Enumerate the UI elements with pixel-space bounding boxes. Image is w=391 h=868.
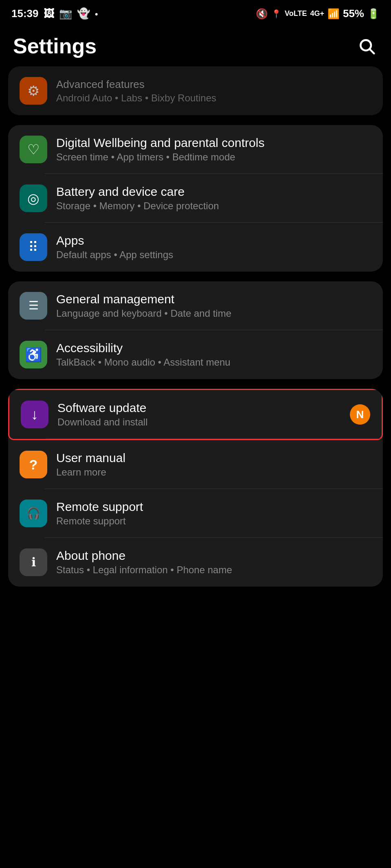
advanced-features-text: Advanced features Android Auto • Labs • … [56, 78, 371, 104]
network-4g-icon: 4G+ [310, 9, 324, 18]
snapchat-icon: 👻 [77, 7, 90, 20]
software-update-subtitle: Download and install [57, 416, 341, 428]
settings-list: ⚙ Advanced features Android Auto • Labs … [0, 66, 391, 587]
battery-device-title: Battery and device care [56, 185, 371, 199]
about-phone-subtitle: Status • Legal information • Phone name [56, 564, 371, 576]
group-software-support: ↓ Software update Download and install N… [8, 389, 383, 587]
remote-support-icon: 🎧 [20, 500, 47, 527]
page-title: Settings [13, 34, 97, 58]
software-update-icon: ↓ [21, 401, 48, 428]
accessibility-text: Accessibility TalkBack • Mono audio • As… [56, 341, 371, 368]
about-phone-title: About phone [56, 549, 371, 563]
digital-wellbeing-subtitle: Screen time • App timers • Bedtime mode [56, 151, 371, 163]
digital-wellbeing-text: Digital Wellbeing and parental controls … [56, 136, 371, 163]
status-right: 🔇 📍 VoLTE 4G+ 📶 55% 🔋 [256, 7, 380, 20]
user-manual-icon: ? [20, 451, 47, 478]
advanced-features-icon: ⚙ [20, 77, 47, 105]
about-phone-icon: ℹ [20, 548, 47, 576]
group-general-accessibility: ☰ General management Language and keyboa… [8, 281, 383, 379]
settings-item-user-manual[interactable]: ? User manual Learn more [8, 440, 383, 489]
general-management-icon: ☰ [20, 292, 47, 320]
remote-support-title: Remote support [56, 500, 371, 514]
accessibility-icon: ♿ [20, 341, 47, 368]
svg-line-1 [370, 49, 374, 53]
instagram-icon: 📷 [59, 7, 72, 20]
apps-text: Apps Default apps • App settings [56, 234, 371, 261]
settings-item-general-management[interactable]: ☰ General management Language and keyboa… [8, 281, 383, 330]
group-wellbeing-battery-apps: ♡ Digital Wellbeing and parental control… [8, 125, 383, 272]
search-icon [358, 37, 376, 55]
settings-header: Settings [0, 24, 391, 66]
advanced-features-title: Advanced features [56, 78, 371, 91]
user-manual-subtitle: Learn more [56, 467, 371, 478]
accessibility-title: Accessibility [56, 341, 371, 355]
digital-wellbeing-title: Digital Wellbeing and parental controls [56, 136, 371, 150]
user-manual-text: User manual Learn more [56, 451, 371, 478]
photo-icon: 🖼 [44, 7, 54, 20]
settings-item-remote-support[interactable]: 🎧 Remote support Remote support [8, 489, 383, 538]
battery-device-icon: ◎ [20, 184, 47, 212]
settings-item-accessibility[interactable]: ♿ Accessibility TalkBack • Mono audio • … [8, 330, 383, 379]
battery-device-text: Battery and device care Storage • Memory… [56, 185, 371, 212]
settings-item-apps[interactable]: ⠿ Apps Default apps • App settings [8, 223, 383, 272]
settings-item-battery-device[interactable]: ◎ Battery and device care Storage • Memo… [8, 174, 383, 223]
general-management-subtitle: Language and keyboard • Date and time [56, 308, 371, 319]
signal-icon: 📶 [327, 8, 340, 20]
software-update-text: Software update Download and install [57, 401, 341, 428]
settings-item-about-phone[interactable]: ℹ About phone Status • Legal information… [8, 538, 383, 587]
accessibility-subtitle: TalkBack • Mono audio • Assistant menu [56, 357, 371, 368]
group-advanced: ⚙ Advanced features Android Auto • Labs … [8, 66, 383, 115]
about-phone-text: About phone Status • Legal information •… [56, 549, 371, 576]
general-management-title: General management [56, 292, 371, 306]
remote-support-text: Remote support Remote support [56, 500, 371, 527]
general-management-text: General management Language and keyboard… [56, 292, 371, 319]
user-manual-title: User manual [56, 451, 371, 465]
settings-item-software-update[interactable]: ↓ Software update Download and install N [8, 389, 383, 440]
time-display: 15:39 [11, 7, 39, 20]
battery-icon: 🔋 [367, 8, 380, 20]
apps-icon: ⠿ [20, 233, 47, 261]
battery-display: 55% [343, 7, 364, 20]
location-icon: 📍 [271, 9, 281, 19]
search-button[interactable] [355, 35, 378, 57]
remote-support-subtitle: Remote support [56, 515, 371, 527]
mute-icon: 🔇 [256, 8, 268, 20]
software-update-badge: N [350, 404, 370, 425]
status-bar: 15:39 🖼 📷 👻 ● 🔇 📍 VoLTE 4G+ 📶 55% 🔋 [0, 0, 391, 24]
digital-wellbeing-icon: ♡ [20, 136, 47, 163]
status-left: 15:39 🖼 📷 👻 ● [11, 7, 98, 20]
settings-item-digital-wellbeing[interactable]: ♡ Digital Wellbeing and parental control… [8, 125, 383, 174]
settings-item-advanced-features[interactable]: ⚙ Advanced features Android Auto • Labs … [8, 66, 383, 115]
apps-title: Apps [56, 234, 371, 248]
battery-device-subtitle: Storage • Memory • Device protection [56, 200, 371, 212]
software-update-title: Software update [57, 401, 341, 415]
volte-icon: VoLTE [285, 9, 307, 18]
apps-subtitle: Default apps • App settings [56, 249, 371, 261]
advanced-features-subtitle: Android Auto • Labs • Bixby Routines [56, 92, 371, 104]
dot-icon: ● [95, 11, 98, 17]
